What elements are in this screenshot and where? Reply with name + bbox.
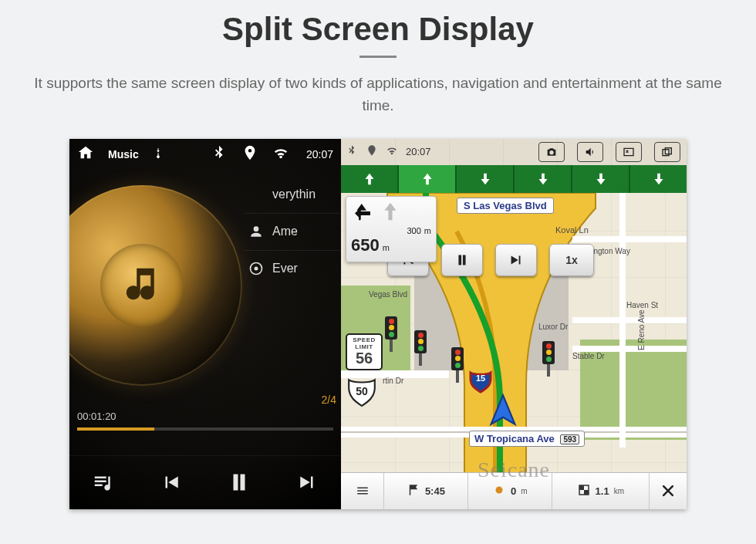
track-row[interactable]: Ever [245, 250, 341, 287]
nav-status-time: 20:07 [406, 146, 431, 157]
destination-icon [577, 483, 591, 499]
lane-cell [457, 165, 515, 193]
nav-bottom-bar: Seicane 5:45 0 m 1.1 km [341, 472, 687, 509]
usb-icon [153, 146, 164, 162]
street-label-bottom: W Tropicana Ave 593 [469, 431, 585, 447]
progress-bar[interactable] [77, 427, 333, 431]
music-note-icon [121, 263, 163, 308]
time-row: 00:01:20 [77, 411, 333, 422]
lane-cell [341, 165, 399, 193]
wifi-icon [272, 144, 289, 164]
location-icon [366, 144, 378, 160]
arrow-up-icon [379, 200, 402, 226]
sim-speed-button[interactable]: 1x [549, 244, 594, 276]
next-button[interactable] [284, 459, 330, 505]
music-pane: Music 20:07 [69, 139, 341, 509]
map-label: E Reno Ave [637, 309, 646, 350]
lane-cell [630, 165, 687, 193]
lane-guidance-bar [341, 165, 687, 193]
music-controls [69, 455, 341, 509]
dest-dist: 1.1 [596, 485, 609, 497]
music-body: verythin Ame Ever 2/4 00:01:20 [69, 170, 341, 455]
map-label: rtin Dr [383, 377, 403, 385]
flag-icon [407, 483, 420, 499]
traffic-light-icon [383, 316, 400, 352]
volume-button[interactable] [577, 142, 603, 162]
elapsed-time: 00:01:20 [77, 411, 116, 422]
instr-dist-small-unit: m [424, 226, 431, 235]
progress-fill [77, 427, 154, 431]
now-playing-row[interactable]: verythin [245, 176, 341, 213]
home-icon[interactable] [77, 144, 94, 164]
target-icon [248, 261, 265, 276]
map-label: Koval Ln [555, 225, 589, 235]
now-playing-label: verythin [272, 188, 316, 201]
map-label: Haven St [626, 301, 658, 309]
music-status-bar: Music 20:07 [69, 139, 341, 170]
track-label: Ame [272, 225, 298, 238]
vehicle-marker [486, 394, 520, 431]
street-label-top: S Las Vegas Blvd [457, 198, 554, 214]
track-label: Ever [272, 262, 298, 275]
stop-dist: 0 [511, 485, 516, 497]
navigation-pane: 20:07 [341, 139, 687, 509]
eta-cell[interactable]: 5:45 [384, 473, 468, 509]
close-window-button[interactable] [616, 142, 642, 162]
lane-cell [572, 165, 630, 193]
street-bottom-name: W Tropicana Ave [474, 433, 555, 444]
turn-left-icon [351, 200, 374, 226]
location-icon [241, 144, 258, 164]
wifi-icon [386, 144, 398, 160]
stop-dist-unit: m [521, 487, 527, 495]
split-screen-device: Music 20:07 [69, 139, 687, 509]
speed-limit-value: 56 [347, 350, 381, 366]
person-icon [248, 224, 265, 239]
track-list: verythin Ame Ever [245, 176, 341, 287]
close-nav-button[interactable] [650, 473, 687, 509]
lane-cell [515, 165, 572, 193]
waypoint-icon [492, 483, 506, 499]
traffic-light-icon [449, 347, 466, 383]
street-bottom-tag: 593 [560, 434, 579, 444]
album-art [69, 185, 242, 386]
sim-next-button[interactable] [495, 244, 537, 276]
bluetooth-icon [346, 144, 358, 160]
menu-button[interactable] [341, 473, 384, 509]
svg-point-1 [255, 267, 258, 271]
map-label: Luxor Dr [538, 323, 568, 331]
stop-dist-cell[interactable]: 0 m [468, 473, 552, 509]
turn-instruction-card: 300 m 650 m [346, 196, 437, 262]
page-title: Split Screen Display [0, 0, 756, 48]
interstate-number: 15 [476, 373, 485, 383]
route-shield-number: 50 [346, 375, 378, 407]
dest-dist-cell[interactable]: 1.1 km [552, 473, 650, 509]
lane-cell [399, 165, 457, 193]
multitask-button[interactable] [654, 142, 680, 162]
map-label: Vegas Blvd [369, 290, 407, 299]
eta-value: 5:45 [425, 485, 445, 497]
music-status-title: Music [108, 148, 139, 160]
speed-limit-sign: SPEED LIMIT 56 [346, 333, 383, 370]
track-row[interactable]: Ame [245, 213, 341, 250]
instr-dist-big: 650 [351, 235, 380, 255]
pause-button[interactable] [216, 459, 262, 505]
playlist-button[interactable] [80, 459, 127, 505]
nav-status-bar: 20:07 [341, 139, 687, 165]
instr-dist-big-unit: m [383, 243, 390, 252]
traffic-light-icon [540, 341, 557, 377]
camera-button[interactable] [538, 142, 565, 162]
prev-button[interactable] [148, 459, 194, 505]
route-shield: 50 [346, 375, 378, 407]
page-description: It supports the same screen display of t… [0, 72, 756, 131]
bluetooth-icon [211, 144, 228, 164]
instr-dist-small: 300 [407, 226, 420, 235]
map-label: Stable Dr [572, 352, 605, 360]
title-underline [359, 56, 397, 58]
speed-limit-label: SPEED LIMIT [347, 336, 381, 350]
svg-rect-3 [665, 148, 671, 154]
dest-dist-unit: km [614, 487, 624, 495]
sim-pause-button[interactable] [441, 244, 483, 276]
traffic-light-icon [412, 330, 429, 366]
track-counter: 2/4 [322, 394, 336, 406]
music-status-time: 20:07 [306, 148, 333, 160]
